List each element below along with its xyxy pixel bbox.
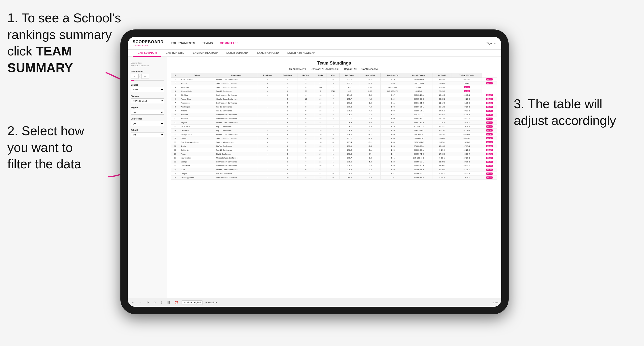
sidebar-school: School (All) bbox=[131, 129, 164, 137]
gender-label: Gender bbox=[131, 84, 164, 86]
table-row: 26Mississippi StateSoutheastern Conferen… bbox=[171, 176, 497, 180]
sidebar-conference: Conference (All) bbox=[131, 118, 164, 126]
annotation-2: 2. Select howyou want tofilter the data bbox=[7, 123, 125, 173]
sidebar-division: Division NCAA Division I NCAA Division I… bbox=[131, 95, 164, 103]
col-no-tour: No Tour bbox=[298, 73, 314, 78]
tab-player-h2h-heatmap[interactable]: PLAYER H2H HEATMAP bbox=[282, 50, 318, 57]
division-label: Division bbox=[131, 95, 164, 97]
table-row: 1North CarolinaAtlantic Coast Conference… bbox=[171, 78, 497, 81]
roc-max-input[interactable] bbox=[141, 74, 149, 79]
nav-teams[interactable]: TEAMS bbox=[202, 41, 213, 45]
table-row: 20TexasBig 12 Conference-37201278.60.71.… bbox=[171, 152, 497, 156]
sign-out-button[interactable]: Sign out bbox=[486, 42, 496, 45]
annotation-3: 3. The table willadjust accordingly bbox=[514, 96, 637, 129]
sidebar: Update time: 27/03/2024 16:56:26 Minimum… bbox=[128, 57, 167, 298]
logo-area: SCOREBOARD Powered by clippi bbox=[133, 40, 164, 46]
toolbar-forward[interactable]: → bbox=[138, 300, 143, 305]
filter-gender: Gender: Men's bbox=[289, 68, 306, 70]
table-row: 2AuburnSoutheastern Conference-19276273.… bbox=[171, 81, 497, 85]
col-conf-rank: Conf Rank bbox=[277, 73, 298, 78]
region-label: Region bbox=[131, 106, 164, 109]
nav-links: TOURNAMENTS TEAMS COMMITTEE bbox=[171, 41, 486, 45]
roc-range: - bbox=[131, 74, 164, 79]
table-row: 16FloridaSoutheastern Conference-7924427… bbox=[171, 137, 497, 140]
table-row: 3VanderbiltSoutheastern Conference-25271… bbox=[171, 85, 497, 89]
share-button[interactable]: Share bbox=[492, 301, 498, 304]
minimum-roc-label: Minimum Ro... bbox=[131, 70, 164, 73]
table-filters: Gender: Men's Division: NCAA Division I … bbox=[171, 68, 497, 70]
table-row: 17East Tennessee StateSouthern Conferenc… bbox=[171, 140, 497, 144]
conference-select[interactable]: (All) bbox=[131, 121, 164, 126]
nav-committee[interactable]: COMMITTEE bbox=[220, 41, 239, 45]
table-row: 15Georgia TechAtlantic Coast Conference-… bbox=[171, 133, 497, 137]
annotation-2-text: 2. Select howyou want tofilter the data bbox=[7, 124, 84, 171]
gender-select[interactable]: Men's Women's bbox=[131, 87, 164, 92]
col-rank: # bbox=[171, 73, 179, 78]
division-select[interactable]: NCAA Division I NCAA Division II NCAA Di… bbox=[131, 98, 164, 103]
tab-player-h2h-grid[interactable]: PLAYER H2H GRID bbox=[252, 50, 282, 57]
toolbar-clock[interactable]: ⏰ bbox=[174, 300, 179, 305]
view-icon: 👁 bbox=[184, 301, 186, 304]
tab-team-h2h-grid[interactable]: TEAM H2H GRID bbox=[161, 50, 188, 57]
table-row: 6Florida StateAtlantic Coast Conference-… bbox=[171, 97, 497, 101]
sidebar-minimum-roc: Minimum Ro... - bbox=[131, 70, 164, 81]
roc-min-input[interactable] bbox=[131, 74, 138, 79]
col-school: School bbox=[179, 73, 215, 78]
col-adj-score: Adj. Score bbox=[339, 73, 360, 78]
tablet-device: SCOREBOARD Powered by clippi TOURNAMENTS… bbox=[120, 29, 508, 314]
conference-label: Conference bbox=[131, 118, 164, 120]
school-label: School bbox=[131, 129, 164, 131]
col-conference: Conference bbox=[215, 73, 258, 78]
roc-slider[interactable] bbox=[131, 80, 164, 81]
table-row: 22GeorgiaSoutheastern Conference-8721127… bbox=[171, 160, 497, 164]
toolbar-grid[interactable]: ☷ bbox=[166, 300, 171, 305]
table-row: 23Texas A&MSoutheastern Conference-91030… bbox=[171, 164, 497, 168]
table-row: 11ArkansasSoutheastern Conference-682232… bbox=[171, 117, 497, 121]
col-avg-sg: Avg. to SG bbox=[360, 73, 380, 78]
tab-team-h2h-heatmap[interactable]: TEAM H2H HEATMAP bbox=[188, 50, 221, 57]
table-row: 9ArizonaPac-12 Conference-28234276.3-4.6… bbox=[171, 109, 497, 113]
school-select[interactable]: (All) bbox=[131, 132, 164, 137]
col-overall-record: Overall Record bbox=[405, 73, 432, 78]
filter-division: Division: NCAA Division I bbox=[311, 68, 339, 70]
navbar: SCOREBOARD Powered by clippi TOURNAMENTS… bbox=[128, 37, 501, 50]
table-row: 8WashingtonPac-12 Conference-28231276.3-… bbox=[171, 105, 497, 109]
table-body: 1North CarolinaAtlantic Coast Conference… bbox=[171, 78, 497, 180]
tab-player-summary[interactable]: PLAYER SUMMARY bbox=[221, 50, 252, 57]
table-row: 12VirginiaAtlantic Coast Conference-3824… bbox=[171, 121, 497, 125]
col-vs-top-25: Vs Top 25 bbox=[432, 73, 452, 78]
col-wins: Wins bbox=[327, 73, 339, 78]
sidebar-region: Region N/A All East West bbox=[131, 106, 164, 115]
toolbar-back[interactable]: ← bbox=[131, 300, 136, 305]
table-row: 5Ole MissSoutheastern Conference-3618127… bbox=[171, 93, 497, 97]
filter-conference: Conference: All bbox=[362, 68, 379, 70]
tab-team-summary[interactable]: TEAM SUMMARY bbox=[133, 50, 161, 57]
table-row: 10AlabamaSoutheastern Conference-5823327… bbox=[171, 113, 497, 117]
region-select[interactable]: N/A All East West bbox=[131, 110, 164, 115]
filter-region: Region: All bbox=[344, 68, 356, 70]
table-row: 13Texas TechBig 12 Conference-19272276.0… bbox=[171, 125, 497, 129]
table-row: 24DukeAtlantic Coast Conference-59271279… bbox=[171, 168, 497, 172]
toolbar-share2[interactable]: ⇧ bbox=[160, 300, 164, 305]
table-row: 7TennesseeSoutheastern Conference-461822… bbox=[171, 101, 497, 105]
standings-table: # School Conference Reg Rank Conf Rank N… bbox=[171, 73, 497, 180]
logo-text: SCOREBOARD bbox=[133, 40, 164, 44]
toolbar-bookmark[interactable]: ☆ bbox=[152, 300, 157, 305]
bottom-toolbar: ← → ↻ ☆ ⇧ ☷ ⏰ 👁 View: Original 👁 Watch ▼… bbox=[128, 298, 501, 307]
logo-sub: Powered by clippi bbox=[133, 44, 164, 46]
table-title: Team Standings bbox=[171, 61, 497, 66]
col-vs-top-50: Vs Top 50 Points bbox=[452, 73, 482, 78]
sidebar-update: Update time: 27/03/2024 16:56:26 bbox=[131, 62, 164, 67]
table-row: 14OklahomaBig 12 Conference-28242276.3-3… bbox=[171, 129, 497, 133]
table-row: 19CaliforniaPac-12 Conference-48242278.2… bbox=[171, 148, 497, 152]
roc-slider-fill bbox=[131, 80, 134, 81]
tablet-screen: SCOREBOARD Powered by clippi TOURNAMENTS… bbox=[128, 37, 501, 307]
table-row: 21New MexicoMountain West Conference-182… bbox=[171, 156, 497, 160]
table-row: 25OregonPac-12 Conference-97210279.5-1.1… bbox=[171, 172, 497, 176]
col-avg-low-par: Avg. Low Par bbox=[380, 73, 405, 78]
nav-tournaments[interactable]: TOURNAMENTS bbox=[171, 41, 195, 45]
view-original-button[interactable]: 👁 View: Original bbox=[182, 300, 203, 305]
watch-button[interactable]: 👁 Watch ▼ bbox=[205, 301, 217, 304]
toolbar-refresh[interactable]: ↻ bbox=[146, 300, 150, 305]
main-content: Update time: 27/03/2024 16:56:26 Minimum… bbox=[128, 57, 501, 298]
